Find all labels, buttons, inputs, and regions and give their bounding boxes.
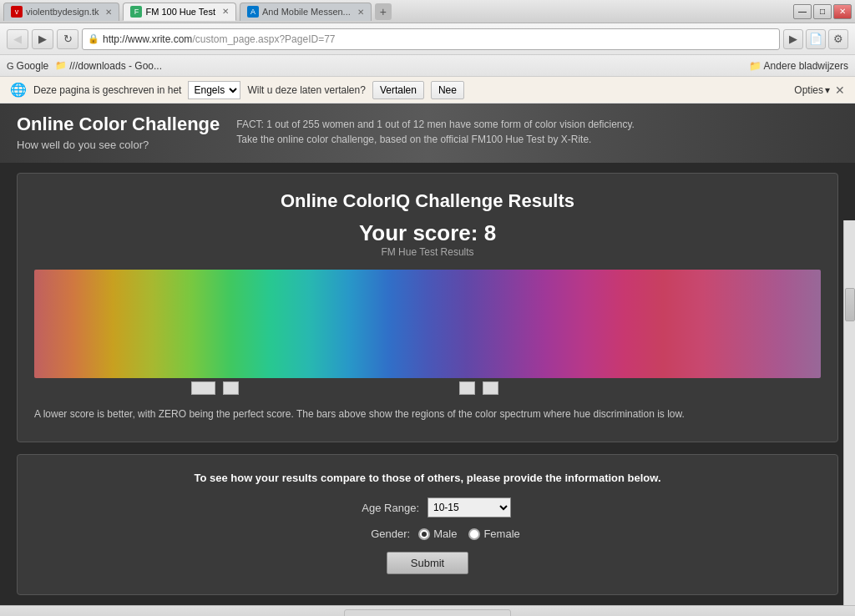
translate-button[interactable]: Vertalen [372,81,424,99]
age-label: Age Range: [344,502,419,514]
gender-row: Gender: Male Female [34,528,821,540]
close-button[interactable]: ✕ [833,4,852,19]
new-tab-button[interactable]: + [375,3,392,20]
bookmark-google-label: Google [17,60,49,72]
options-chevron-icon: ▾ [825,84,830,96]
tab-label-vbd: violentbydesign.tk [26,7,99,17]
fact-text: FACT: 1 out of 255 women and 1 out of 12… [236,114,838,147]
tab-bar: v violentbydesign.tk ✕ F FM 100 Hue Test… [3,3,392,21]
tab-close-aw[interactable]: ✕ [357,8,364,17]
error-bar-1 [191,381,215,395]
back-button[interactable]: ◀ [7,29,28,49]
error-bar-3 [459,381,475,395]
tab-favicon-aw: A [247,6,259,18]
gender-female-option[interactable]: Female [468,528,519,540]
female-label: Female [483,528,519,540]
scrollbar-thumb[interactable] [845,288,855,321]
results-title: Online ColorIQ Challenge Results [34,190,821,212]
options-button[interactable]: Opties ▾ [794,84,830,96]
scrollbar[interactable] [843,220,855,605]
bookmark-downloads-label: ///downloads - Goo... [69,60,162,72]
bookmark-downloads[interactable]: 📁 ///downloads - Goo... [55,60,162,72]
form-intro: To see how your results compare to those… [34,472,821,484]
close-translation-icon[interactable]: ✕ [835,83,845,97]
spectrum-container [34,270,821,395]
tab-fm100[interactable]: F FM 100 Hue Test ✕ [123,3,236,21]
navigation-bar: ◀ ▶ ↻ 🔒 http://www.xrite.com/custom_page… [0,23,855,55]
error-bar-4 [483,381,498,395]
error-bars-row [34,378,821,395]
maximize-button[interactable]: □ [813,4,832,19]
error-bar-2 [223,381,239,395]
gender-label: Gender: [335,528,410,540]
gender-male-option[interactable]: Male [418,528,457,540]
tab-close-fm[interactable]: ✕ [222,7,229,16]
tab-label-fm: FM 100 Hue Test [145,7,215,17]
fact-line1: FACT: 1 out of 255 women and 1 out of 12… [236,119,635,130]
bookmark-downloads-icon: 📁 [55,60,67,71]
tab-favicon-vbd: v [11,6,23,18]
age-row: Age Range: 10-15 16-20 21-30 31-40 41-50… [34,497,821,518]
result-score: Your score: 8 [34,220,821,246]
horizontal-scrollbar[interactable] [344,609,511,617]
fact-line2: Take the online color challenge, based o… [236,134,591,145]
site-subtitle: How well do you see color? [17,139,220,151]
page-button[interactable]: 📄 [806,29,826,49]
main-area: Online ColorIQ Challenge Results Your sc… [0,163,855,605]
tab-messenger[interactable]: A And Mobile Messen... ✕ [240,3,372,21]
forward-button[interactable]: ▶ [32,29,53,49]
tab-close-vbd[interactable]: ✕ [105,8,112,17]
options-label: Opties [794,84,823,96]
address-path: /custom_page.aspx?PageID=77 [192,33,335,45]
site-header: Online Color Challenge How well do you s… [0,104,855,163]
other-bookmarks-label: Andere bladwijzers [764,60,848,72]
form-card: To see how your results compare to those… [17,454,838,595]
submit-button[interactable]: Submit [387,552,468,574]
status-bar [0,605,855,616]
tab-label-aw: And Mobile Messen... [262,7,351,17]
translation-question: Wilt u deze laten vertalen? [247,84,365,96]
minimize-button[interactable]: — [793,4,812,19]
age-range-select[interactable]: 10-15 16-20 21-30 31-40 41-50 51-60 61-7… [428,497,511,518]
other-bookmarks[interactable]: 📁 Andere bladwijzers [749,60,848,72]
page-content: Online Color Challenge How well do you s… [0,104,855,605]
tab-violentbydesign[interactable]: v violentbydesign.tk ✕ [3,3,119,21]
male-label: Male [433,528,457,540]
bookmark-google[interactable]: G Google [7,60,48,72]
female-radio[interactable] [468,528,480,540]
address-icon: 🔒 [88,33,99,44]
spectrum-note: A lower score is better, with ZERO being… [34,403,821,425]
tools-button[interactable]: ⚙ [828,29,848,49]
address-bar[interactable]: 🔒 http://www.xrite.com/custom_page.aspx?… [82,28,780,50]
address-text: http://www.xrite.com/custom_page.aspx?Pa… [103,33,774,45]
score-label: FM Hue Test Results [34,246,821,258]
bookmarks-star-button[interactable]: ▶ [783,29,803,49]
bookmark-google-icon: G [7,61,14,71]
bookmarks-bar: G Google 📁 ///downloads - Goo... 📁 Ander… [0,55,855,77]
tab-favicon-fm: F [130,6,142,18]
translation-bar: 🌐 Deze pagina is geschreven in het Engel… [0,77,855,104]
spectrum-bar [34,270,821,378]
bookmarks-right: 📁 Andere bladwijzers [749,60,848,72]
site-title: Online Color Challenge [17,114,220,135]
reload-button[interactable]: ↻ [57,29,78,49]
language-select[interactable]: Engels [188,81,240,99]
window-controls: — □ ✕ [793,4,852,19]
translate-page-icon: 🌐 [10,82,27,98]
folder-icon: 📁 [749,60,761,72]
nav-action-buttons: ▶ 📄 ⚙ [783,29,848,49]
title-bar: v violentbydesign.tk ✕ F FM 100 Hue Test… [0,0,855,23]
no-translate-button[interactable]: Nee [431,81,464,99]
gender-group: Male Female [418,528,520,540]
male-radio[interactable] [418,528,430,540]
results-card: Online ColorIQ Challenge Results Your sc… [17,173,838,442]
address-domain: http://www.xrite.com [103,33,192,45]
translation-prefix: Deze pagina is geschreven in het [33,84,181,96]
